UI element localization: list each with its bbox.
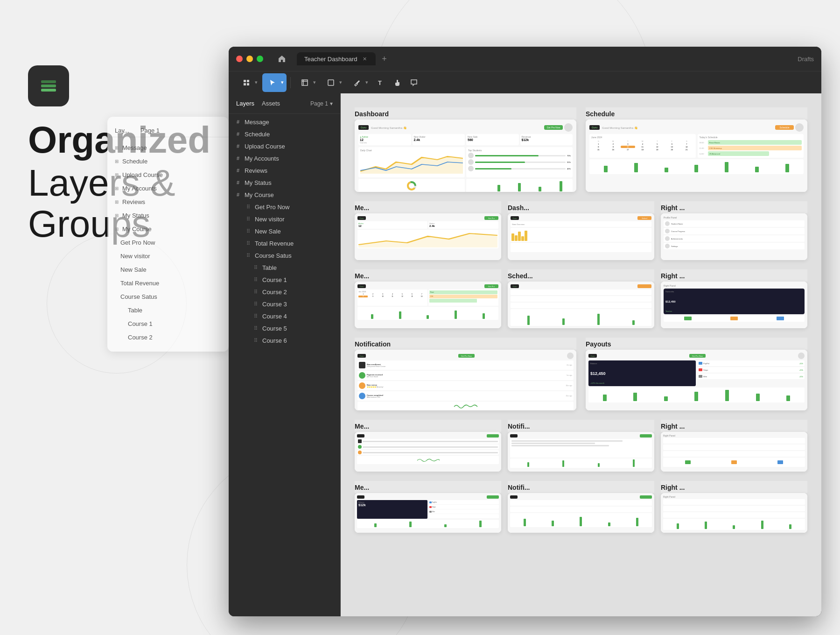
ghost-item: ⊞ Schedule <box>107 155 229 168</box>
layer-label-reviews: Reviews <box>245 167 267 174</box>
dash-small-container: Dash... Guru Sched Stats Overview <box>508 201 654 260</box>
layer-item-my-status[interactable]: # My Status <box>229 176 340 189</box>
toolbar: ▾ ▾ ▾ ▾ ▾ T <box>229 71 821 93</box>
notif-small2-card[interactable] <box>508 493 654 533</box>
dashboard-card[interactable]: Guru Good Morning Samantha 👋 Get Pro Now <box>355 120 576 192</box>
layer-item-get-pro-now[interactable]: ⠿ Get Pro Now <box>229 201 340 213</box>
right-sched-container: Right ... Right Panel Samantha $12,450 T… <box>661 269 807 328</box>
text-tool-button[interactable]: T <box>373 75 388 90</box>
dashboard-label: Dashboard <box>355 107 576 120</box>
small-cards-row-3: Me... <box>355 420 807 472</box>
selection-tool-button[interactable] <box>239 75 254 90</box>
shape-tool-button[interactable] <box>323 75 338 90</box>
me-dash-card[interactable]: Guru Get Pro Active12 Visitor2.4k <box>355 213 501 260</box>
ghost-item: Course 2 <box>107 331 229 344</box>
dash-small-card[interactable]: Guru Sched Stats Overview <box>508 213 654 260</box>
notification-card[interactable]: Guru Get Pro Now New enrollment John joi… <box>355 350 576 410</box>
schedule-card[interactable]: Guru Good Morning Samantha 👋 Schedule <box>586 120 807 192</box>
title-bar: Teacher Dashboard ✕ + Drafts <box>229 47 821 71</box>
hand-tool-button[interactable] <box>390 75 405 90</box>
ghost-item: New Sale <box>107 263 229 276</box>
ghost-item: Get Pro Now <box>107 236 229 249</box>
drafts-label: Drafts <box>798 56 814 63</box>
ghost-panel: Lay... Page 1 ⊞ Message ⊞ Schedule ⊞ Upl… <box>107 117 229 352</box>
component-icon: ⠿ <box>252 288 259 296</box>
layer-item-my-course[interactable]: # My Course <box>229 189 340 201</box>
right-notif-card[interactable]: Right Panel <box>661 432 807 472</box>
frame-icon: # <box>234 118 242 126</box>
ghost-item: Table <box>107 303 229 317</box>
layer-item-schedule[interactable]: # Schedule <box>229 128 340 140</box>
layer-item-course-6[interactable]: ⠿ Course 6 <box>229 334 340 346</box>
layer-item-course-5[interactable]: ⠿ Course 5 <box>229 322 340 334</box>
right-pay-card[interactable]: Right Panel <box>661 493 807 533</box>
right-sched-label: Right ... <box>661 269 807 282</box>
layer-item-course-3[interactable]: ⠿ Course 3 <box>229 298 340 310</box>
layers-tab[interactable]: Layers <box>236 100 254 107</box>
maximize-button[interactable] <box>257 56 263 62</box>
right-pay-container: Right ... Right Panel <box>661 481 807 533</box>
ghost-item: Total Revenue <box>107 276 229 290</box>
svg-rect-0 <box>41 89 56 92</box>
assets-tab[interactable]: Assets <box>262 100 280 107</box>
close-button[interactable] <box>236 56 243 62</box>
svg-rect-7 <box>302 80 308 85</box>
layer-item-course-4[interactable]: ⠿ Course 4 <box>229 310 340 322</box>
layer-item-my-accounts[interactable]: # My Accounts <box>229 152 340 164</box>
layer-item-course-2[interactable]: ⠿ Course 2 <box>229 286 340 298</box>
right-panel-label: Right ... <box>661 201 807 213</box>
layer-label-course-3: Course 3 <box>262 301 287 308</box>
me-pay-card[interactable]: Balance $12k PayPal Stripe Wire <box>355 493 501 533</box>
content-area: Layers Assets Page 1 ▾ # Message # Sched… <box>229 93 821 616</box>
svg-rect-1 <box>41 85 56 87</box>
main-window: Teacher Dashboard ✕ + Drafts ▾ ▾ ▾ <box>229 47 821 616</box>
layer-label-course-1: Course 1 <box>262 276 287 283</box>
notif-small2-container: Notifi... <box>508 481 654 533</box>
me-sched-container: Me... Guru Get Pro Jan 2024 <box>355 269 501 328</box>
layer-item-message[interactable]: # Message <box>229 116 340 128</box>
frame-tool-button[interactable] <box>297 75 312 90</box>
canvas-area: Dashboard Guru Good Morning Samantha 👋 <box>341 93 821 616</box>
tab-title: Teacher Dashboard <box>304 56 357 63</box>
svg-rect-6 <box>247 83 249 85</box>
layer-item-reviews[interactable]: # Reviews <box>229 164 340 176</box>
cursor-tool-button[interactable] <box>265 75 280 90</box>
layer-item-upload-course[interactable]: # Upload Course <box>229 140 340 152</box>
right-sched-card[interactable]: Right Panel Samantha $12,450 Teacher <box>661 282 807 328</box>
layer-label-get-pro-now: Get Pro Now <box>255 204 289 211</box>
payouts-card[interactable]: Guru Get Pro Now Balance $12,450 +12% th… <box>586 350 807 410</box>
comment-tool-button[interactable] <box>406 75 421 90</box>
tab-close-button[interactable]: ✕ <box>361 55 368 63</box>
ghost-item: ⊞ Message <box>107 141 229 155</box>
ghost-item: Course 1 <box>107 317 229 331</box>
page-selector[interactable]: Page 1 ▾ <box>310 100 333 107</box>
ghost-panel-header: Lay... Page 1 <box>107 124 229 137</box>
home-button[interactable] <box>274 51 289 66</box>
layer-item-course-status[interactable]: ⠿ Course Satus <box>229 249 340 261</box>
me-notif-card[interactable] <box>355 432 501 472</box>
schedule-card-container: Schedule Guru Good Morning Samantha 👋 <box>586 107 807 192</box>
layer-item-new-sale[interactable]: ⠿ New Sale <box>229 225 340 237</box>
right-panel-card[interactable]: Profile Panel Student Name Course Progre… <box>661 213 807 260</box>
active-tab[interactable]: Teacher Dashboard ✕ <box>297 52 376 65</box>
minimize-button[interactable] <box>246 56 253 62</box>
layer-item-course-1[interactable]: ⠿ Course 1 <box>229 274 340 286</box>
frame-icon: # <box>234 191 242 198</box>
layer-label-course-6: Course 6 <box>262 337 287 344</box>
component-icon: ⠿ <box>252 325 259 332</box>
layer-item-total-revenue[interactable]: ⠿ Total Revenue <box>229 237 340 249</box>
ghost-tab-layers: Lay... <box>115 127 129 134</box>
notif-small2-label: Notifi... <box>508 481 654 493</box>
layer-item-table[interactable]: ⠿ Table <box>229 261 340 274</box>
layer-item-new-visitor[interactable]: ⠿ New visitor <box>229 213 340 225</box>
pen-tool-button[interactable] <box>350 75 364 90</box>
me-sched-card[interactable]: Guru Get Pro Jan 2024 1234567 8910111213… <box>355 282 501 328</box>
notif-small-container: Notifi... <box>508 420 654 472</box>
notif-small-card[interactable] <box>508 432 654 472</box>
new-tab-button[interactable]: + <box>378 52 391 65</box>
panel-header: Layers Assets Page 1 ▾ <box>229 93 340 114</box>
dashboard-card-container: Dashboard Guru Good Morning Samantha 👋 <box>355 107 576 192</box>
sched-small-card[interactable]: Guru <box>508 282 654 328</box>
payouts-card-container: Payouts Guru Get Pro Now Balance $12,4 <box>586 338 807 410</box>
component-icon: ⠿ <box>252 337 259 344</box>
